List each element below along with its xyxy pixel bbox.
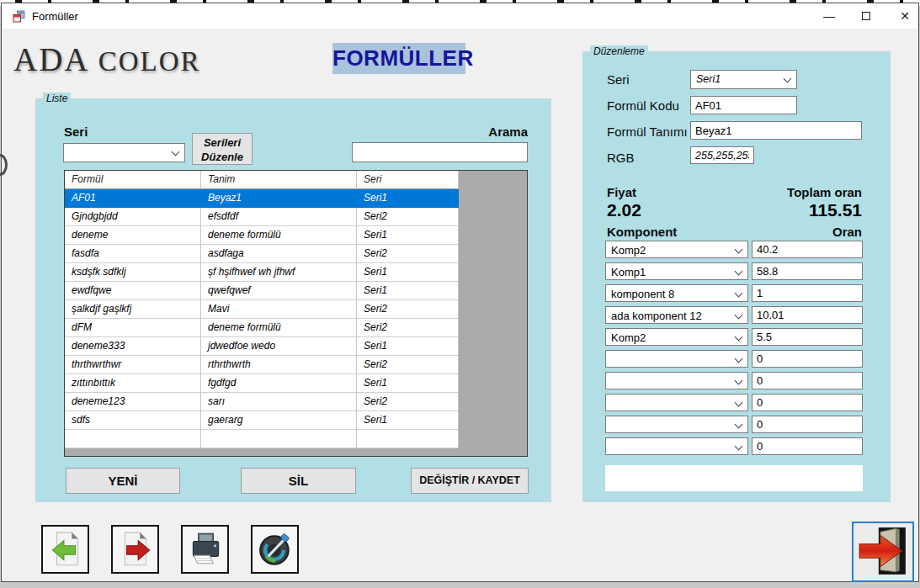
cell-tanim[interactable]: sarı [201, 393, 357, 411]
formul-grid[interactable]: Formül Tanim Seri AF01 Beyaz1 Seri1 Gjnd… [64, 170, 528, 457]
cell-formul[interactable]: deneme333 [65, 337, 201, 356]
cell-tanim[interactable]: şf hşifhwef wh jfhwf [201, 263, 357, 282]
oran-input[interactable] [752, 437, 863, 455]
table-row[interactable]: deneme333 jdwedfoe wedo Seri1 [65, 337, 459, 356]
cell-formul[interactable]: deneme123 [65, 393, 201, 411]
serileri-duzenle-button[interactable]: Serileri Düzenle [192, 133, 253, 165]
komponent-combobox[interactable] [605, 416, 748, 433]
cell-tanim[interactable]: gaerarg [201, 411, 357, 430]
formul-tanimi-input[interactable] [690, 121, 862, 140]
previous-record-button[interactable] [41, 525, 89, 574]
cell-tanim[interactable]: fgdfgd [201, 374, 357, 393]
table-row[interactable]: şalkdjf gaşlkfj Mavi Seri2 [65, 300, 459, 319]
cell-seri[interactable]: Seri1 [357, 226, 459, 245]
cell-tanim[interactable]: jdwedfoe wedo [201, 337, 357, 356]
cell-formul[interactable]: ksdşfk sdfklj [65, 263, 201, 282]
grid-header-tanim[interactable]: Tanim [201, 171, 357, 189]
grid-header-formul[interactable]: Formül [65, 171, 201, 189]
cell-tanim[interactable] [201, 430, 357, 448]
table-row[interactable]: sdfs gaerarg Seri1 [65, 411, 459, 430]
titlebar[interactable]: Formüller — ✕ [2, 3, 918, 29]
oran-input[interactable] [752, 328, 863, 346]
cell-seri[interactable]: Seri1 [357, 282, 459, 300]
oran-input[interactable] [752, 284, 863, 302]
close-button[interactable]: ✕ [887, 3, 920, 29]
komponent-combobox[interactable]: ada komponent 12 [605, 306, 748, 324]
cell-tanim[interactable]: Mavi [201, 300, 357, 319]
cell-seri[interactable]: Seri2 [357, 208, 459, 226]
table-row[interactable]: ksdşfk sdfklj şf hşifhwef wh jfhwf Seri1 [65, 263, 459, 282]
oran-input[interactable] [752, 372, 863, 389]
table-row[interactable]: fasdfa asdfaga Seri2 [65, 245, 459, 263]
cell-formul[interactable]: ewdfqwe [65, 282, 201, 300]
table-row[interactable]: thrthwrthwr rthrthwrth Seri2 [65, 356, 459, 374]
oran-input[interactable] [752, 394, 863, 411]
komponent-combobox[interactable] [605, 394, 748, 411]
cell-seri[interactable]: Seri1 [357, 411, 459, 430]
cell-seri[interactable] [357, 430, 459, 448]
seri-filter-combobox[interactable] [63, 143, 185, 162]
oran-input[interactable] [752, 241, 863, 258]
oran-input[interactable] [752, 350, 863, 368]
maximize-button[interactable] [848, 3, 884, 29]
cell-seri[interactable]: Seri2 [357, 300, 459, 319]
komponent-combobox[interactable] [605, 372, 748, 389]
cell-tanim[interactable]: deneme formülü [201, 319, 357, 337]
cell-tanim[interactable]: rthrthwrth [201, 356, 357, 374]
cell-formul[interactable]: Gjndgbjdd [65, 208, 201, 226]
oran-input[interactable] [752, 262, 863, 280]
minimize-button[interactable]: — [811, 3, 847, 29]
table-row-empty[interactable] [65, 430, 459, 448]
grid-header-row[interactable]: Formül Tanim Seri [65, 171, 459, 189]
cell-tanim[interactable]: Beyaz1 [201, 189, 357, 208]
table-row[interactable]: AF01 Beyaz1 Seri1 [65, 189, 459, 208]
komponent-combobox[interactable]: Komp2 [605, 328, 748, 346]
grid-header-seri[interactable]: Seri [357, 171, 459, 189]
cell-seri[interactable]: Seri1 [357, 189, 459, 208]
komponent-combobox[interactable]: komponent 8 [605, 284, 748, 302]
rgb-input[interactable] [690, 146, 754, 164]
cell-seri[interactable]: Seri2 [357, 319, 459, 337]
notes-textarea[interactable] [605, 465, 863, 491]
cell-formul[interactable]: dFM [65, 319, 201, 337]
exit-button[interactable] [852, 522, 914, 582]
cell-formul[interactable]: sdfs [65, 411, 201, 430]
cell-tanim[interactable]: efsdfdf [201, 208, 357, 226]
table-row[interactable]: deneme123 sarı Seri2 [65, 393, 459, 411]
oran-input[interactable] [752, 306, 863, 324]
cell-formul[interactable]: fasdfa [65, 245, 201, 263]
cell-seri[interactable]: Seri1 [357, 337, 459, 356]
color-picker-button[interactable] [251, 525, 299, 574]
oran-input[interactable] [752, 416, 863, 433]
cell-seri[interactable]: Seri2 [357, 356, 459, 374]
arama-input[interactable] [352, 142, 528, 162]
cell-formul[interactable] [65, 430, 201, 448]
table-row[interactable]: zıttınbıttık fgdfgd Seri1 [65, 374, 459, 393]
cell-formul[interactable]: deneme [65, 226, 201, 245]
table-row[interactable]: ewdfqwe qwefqwef Seri1 [65, 282, 459, 300]
cell-formul[interactable]: AF01 [65, 189, 201, 208]
komponent-combobox[interactable] [605, 437, 748, 455]
komponent-combobox[interactable]: Komp1 [605, 262, 748, 280]
cell-formul[interactable]: şalkdjf gaşlkfj [65, 300, 201, 319]
formul-kodu-input[interactable] [690, 96, 797, 114]
cell-formul[interactable]: thrthwrthwr [65, 356, 201, 374]
cell-seri[interactable]: Seri1 [357, 263, 459, 282]
duzen-seri-combobox[interactable]: Seri1 [690, 70, 797, 89]
cell-tanim[interactable]: deneme formülü [201, 226, 357, 245]
table-row[interactable]: Gjndgbjdd efsdfdf Seri2 [65, 208, 459, 226]
table-row[interactable]: dFM deneme formülü Seri2 [65, 319, 459, 337]
cell-seri[interactable]: Seri2 [357, 245, 459, 263]
komponent-combobox[interactable] [605, 350, 748, 368]
table-row[interactable]: deneme deneme formülü Seri1 [65, 226, 459, 245]
print-button[interactable] [181, 525, 229, 574]
yeni-button[interactable]: YENİ [66, 468, 180, 494]
cell-tanim[interactable]: asdfaga [201, 245, 357, 263]
komponent-combobox[interactable]: Komp2 [605, 241, 748, 258]
degistir-kaydet-button[interactable]: DEĞİŞTİR / KAYDET [411, 468, 529, 494]
cell-seri[interactable]: Seri1 [357, 374, 459, 393]
cell-seri[interactable]: Seri2 [357, 393, 459, 411]
cell-formul[interactable]: zıttınbıttık [65, 374, 201, 393]
cell-tanim[interactable]: qwefqwef [201, 282, 357, 300]
sil-button[interactable]: SİL [241, 468, 356, 494]
